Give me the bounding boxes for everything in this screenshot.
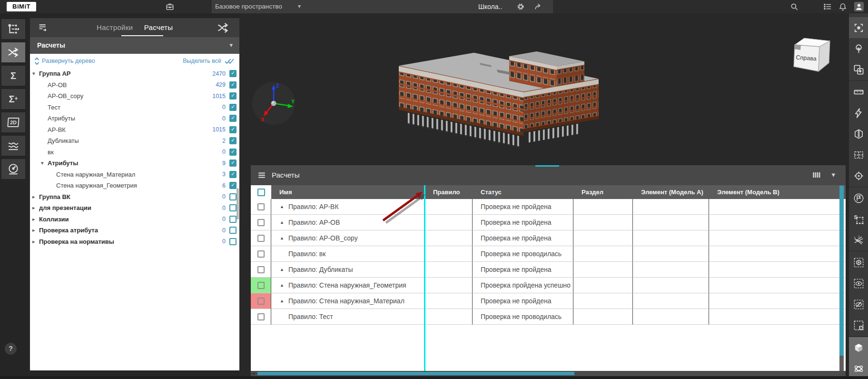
tree-item[interactable]: ▾Атрибуты9✓	[30, 158, 239, 169]
tree-item[interactable]: АР-ОВ_copy1015✓	[30, 90, 239, 102]
panel-menu-icon[interactable]	[38, 23, 48, 34]
expand-tree-link[interactable]: Развернуть дерево	[42, 58, 95, 64]
workspace-selector[interactable]: Базовое пространство	[215, 0, 282, 13]
tree-item[interactable]: вк0✓	[30, 147, 239, 158]
help-button[interactable]: ?	[5, 343, 17, 355]
row-collapse-icon[interactable]: ▲	[280, 283, 288, 288]
collapse-panel-icon[interactable]: ▾	[831, 165, 835, 185]
tab-calculations[interactable]: Расчеты	[128, 18, 189, 37]
table-row[interactable]: ▲Правило: АР-ОВПроверка не пройдена	[251, 215, 846, 230]
notifications-icon[interactable]	[838, 2, 847, 11]
table-row[interactable]: Правило: ТестПроверка не проводилась	[251, 309, 846, 325]
row-status-cell[interactable]	[251, 278, 271, 293]
tree-item-checkbox[interactable]	[229, 216, 237, 223]
column-header[interactable]: Элемент (Модель B)	[709, 185, 846, 199]
locate-target-icon[interactable]	[849, 165, 868, 186]
expand-arrow-icon[interactable]: ▸	[32, 205, 39, 211]
flag-icon[interactable]	[849, 188, 868, 209]
tree-item-checkbox[interactable]	[229, 227, 237, 234]
tree-item-checkbox[interactable]: ✓	[229, 92, 237, 100]
fit-view-icon[interactable]	[849, 17, 868, 38]
table-row[interactable]: ▲Правило: Стена наружная_ГеометрияПровер…	[251, 278, 846, 293]
tree-item[interactable]: ▸Коллизии0	[30, 214, 239, 225]
app-logo[interactable]: BiMiT	[7, 2, 36, 11]
sum-icon[interactable]: Σ	[1, 66, 25, 86]
tree-item-checkbox[interactable]: ✓	[229, 126, 237, 133]
row-collapse-icon[interactable]: ▲	[280, 204, 288, 209]
rule-name-cell[interactable]: ▲Правило: Стена наружная_Материал	[271, 293, 425, 309]
expand-arrow-icon[interactable]: ▸	[32, 216, 39, 222]
selection-set-icon[interactable]: S	[849, 209, 868, 229]
row-status-cell[interactable]	[251, 215, 271, 230]
row-checkbox[interactable]	[257, 219, 265, 226]
rule-name-cell[interactable]: ▲Правило: Стена наружная_Геометрия	[271, 278, 425, 293]
table-row[interactable]: ▲Правило: ДубликатыПроверка не пройдена	[251, 262, 846, 278]
rule-name-cell[interactable]: ▲Правило: Дубликаты	[271, 262, 425, 278]
settings-gear-icon[interactable]	[516, 2, 525, 11]
row-checkbox[interactable]	[257, 313, 265, 320]
list-menu-icon[interactable]	[823, 2, 832, 11]
section-dropdown[interactable]: Расчеты ▾	[30, 37, 239, 54]
table-horizontal-scrollbar[interactable]: ◂	[251, 371, 846, 376]
panel-scrollbar[interactable]	[237, 188, 239, 219]
rules-shuffle-icon[interactable]	[1, 42, 25, 62]
row-collapse-icon[interactable]: ▲	[280, 299, 288, 303]
rule-name-cell[interactable]: ▲Правило: АР-ОВ_copy	[271, 230, 425, 246]
expand-arrow-icon[interactable]: ▸	[32, 227, 39, 233]
section-box-icon[interactable]	[849, 123, 868, 144]
row-status-cell[interactable]	[251, 293, 271, 309]
model-tree-icon[interactable]	[1, 19, 25, 39]
building-model[interactable]	[389, 29, 608, 149]
workspace-caret-icon[interactable]: ▾	[298, 0, 301, 13]
row-status-cell[interactable]	[251, 262, 271, 278]
scroll-left-arrow-icon[interactable]: ◂	[252, 371, 255, 376]
row-checkbox[interactable]	[257, 298, 265, 305]
navigation-cube[interactable]: Справа	[790, 33, 834, 77]
environment-tree-icon[interactable]	[849, 38, 868, 59]
row-checkbox[interactable]	[257, 282, 265, 289]
select-all-link[interactable]: Выделить всё	[183, 58, 221, 64]
share-icon[interactable]	[534, 2, 542, 11]
header-checkbox[interactable]	[257, 189, 265, 196]
sum-plus-icon[interactable]: Σ+	[1, 89, 25, 109]
expand-arrow-icon[interactable]: ▸	[32, 239, 39, 245]
tree-item-checkbox[interactable]: ✓	[229, 70, 237, 77]
tree-item[interactable]: Дубликаты2✓	[30, 135, 239, 147]
rules-shuffle-icon[interactable]	[217, 21, 229, 36]
hide-elements-icon[interactable]	[849, 294, 868, 315]
tree-item-checkbox[interactable]	[229, 193, 237, 200]
tree-item[interactable]: ▾Группа АР2470✓	[30, 68, 239, 80]
search-icon[interactable]	[790, 2, 799, 11]
table-row[interactable]: Правило: вкПроверка не проводилась	[251, 246, 846, 262]
expand-arrow-icon[interactable]: ▸	[32, 194, 39, 200]
horizontal-scroll-thumb[interactable]	[257, 372, 574, 375]
table-row[interactable]: ▲Правило: АР-ВКПроверка не пройдена	[251, 199, 846, 215]
tree-item-checkbox[interactable]: ✓	[229, 149, 237, 156]
row-status-cell[interactable]	[251, 199, 271, 215]
row-checkbox[interactable]	[257, 235, 265, 242]
expand-collapse-icon[interactable]	[34, 57, 39, 65]
row-status-cell[interactable]	[251, 246, 271, 262]
tree-item-checkbox[interactable]	[229, 238, 237, 245]
measure-ruler-icon[interactable]	[849, 81, 868, 102]
tree-item-checkbox[interactable]: ✓	[229, 160, 237, 167]
solid-view-cube-icon[interactable]	[849, 337, 868, 358]
collapse-arrow-icon[interactable]: ▾	[41, 160, 48, 166]
isolate-box-icon[interactable]	[849, 252, 868, 273]
tree-item-checkbox[interactable]: ✓	[229, 104, 237, 111]
axis-gizmo[interactable]: Z Y X	[251, 81, 296, 126]
tree-item[interactable]: ▸Группа ВК0	[30, 191, 239, 203]
briefcase-icon[interactable]	[166, 2, 174, 11]
select-all-check-icon[interactable]	[224, 58, 235, 65]
clear-selection-icon[interactable]	[849, 315, 868, 336]
tree-item-checkbox[interactable]	[229, 204, 237, 211]
vertical-scroll-thumb[interactable]	[839, 186, 844, 356]
tree-item-checkbox[interactable]: ✓	[229, 81, 237, 89]
gauge-icon[interactable]	[1, 159, 25, 179]
panel-drag-handle[interactable]	[535, 165, 559, 167]
tree-item-checkbox[interactable]: ✓	[229, 137, 237, 144]
row-collapse-icon[interactable]: ▲	[280, 220, 288, 225]
tree-item[interactable]: Стена наружная_Материал3✓	[30, 169, 239, 180]
tree-item-checkbox[interactable]: ✓	[229, 171, 237, 178]
collapse-arrow-icon[interactable]: ▾	[32, 70, 39, 77]
